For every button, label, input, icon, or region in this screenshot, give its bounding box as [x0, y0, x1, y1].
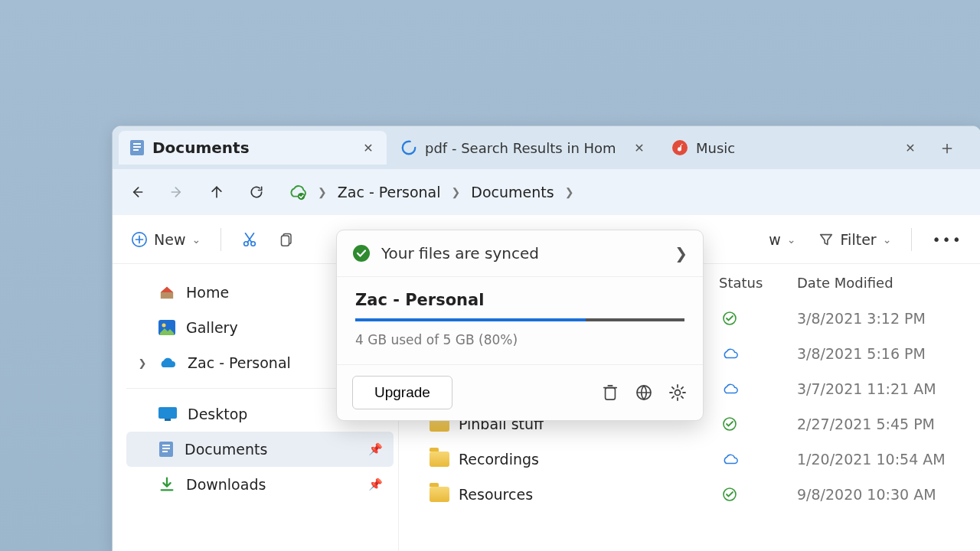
cloud-sync-icon	[287, 184, 307, 201]
sidebar-item-label: Home	[186, 284, 229, 301]
svg-point-26	[675, 390, 681, 396]
table-row[interactable]: Recordings 1/20/2021 10:54 AM	[399, 442, 980, 477]
new-label: New	[154, 231, 185, 248]
new-button[interactable]: New ⌄	[125, 227, 207, 253]
popup-header[interactable]: Your files are synced ❯	[337, 230, 703, 277]
svg-point-4	[403, 142, 416, 155]
tab-documents[interactable]: Documents ✕	[119, 131, 387, 165]
file-name: Recordings	[459, 451, 539, 468]
filter-button[interactable]: Filter ⌄	[812, 227, 898, 253]
breadcrumb-root[interactable]: Zac - Personal	[338, 184, 441, 201]
download-icon	[158, 476, 175, 493]
modified-date: 9/8/2020 10:30 AM	[780, 486, 936, 503]
svg-rect-2	[133, 146, 141, 148]
close-icon[interactable]: ✕	[903, 141, 918, 155]
gallery-icon	[158, 320, 175, 335]
tab-search-pdf[interactable]: pdf - Search Results in Hom ✕	[390, 131, 658, 165]
sidebar-item-documents[interactable]: Documents 📌	[126, 432, 394, 467]
sync-status-popup: Your files are synced ❯ Zac - Personal 4…	[336, 230, 704, 421]
folder-icon	[430, 452, 449, 467]
svg-point-23	[353, 245, 370, 262]
up-button[interactable]	[200, 175, 234, 209]
tab-label: Music	[696, 140, 735, 156]
sidebar-item-label: Zac - Personal	[188, 354, 291, 371]
breadcrumb-leaf[interactable]: Documents	[471, 184, 554, 201]
svg-rect-3	[133, 149, 139, 151]
new-tab-button[interactable]: ＋	[932, 135, 962, 160]
pin-icon[interactable]: 📌	[368, 478, 383, 491]
check-circle-icon	[352, 244, 371, 262]
svg-rect-15	[165, 419, 171, 421]
tab-label: pdf - Search Results in Hom	[425, 140, 616, 156]
sidebar-item-downloads[interactable]: Downloads 📌	[126, 467, 394, 502]
view-button[interactable]: w ⌄	[763, 227, 802, 253]
sidebar-item-label: Downloads	[186, 476, 266, 493]
chevron-down-icon: ⌄	[787, 233, 796, 246]
chevron-right-icon: ❯	[675, 244, 688, 262]
desktop-icon	[158, 407, 177, 421]
account-name: Zac - Personal	[355, 291, 684, 309]
sync-status-text: Your files are synced	[381, 244, 539, 262]
synced-icon	[722, 311, 737, 326]
back-button[interactable]	[120, 175, 154, 209]
document-icon	[158, 441, 174, 458]
copy-button[interactable]	[273, 227, 301, 253]
chevron-right-icon: ❯	[452, 186, 461, 198]
column-status[interactable]: Status	[704, 275, 780, 291]
gear-icon[interactable]	[668, 383, 688, 403]
folder-icon	[430, 487, 449, 502]
loading-spinner-icon	[400, 139, 417, 156]
popup-body: Zac - Personal 4 GB used of 5 GB (80%)	[337, 277, 703, 364]
storage-bar	[355, 318, 684, 321]
modified-date: 3/8/2021 3:12 PM	[780, 310, 926, 327]
svg-rect-18	[162, 448, 170, 449]
cloud-icon	[722, 383, 739, 395]
popup-footer: Upgrade	[337, 364, 703, 420]
svg-rect-17	[162, 445, 170, 446]
close-icon[interactable]: ✕	[632, 141, 647, 155]
column-modified[interactable]: Date Modified	[780, 275, 893, 291]
tab-music[interactable]: Music ✕	[661, 131, 929, 165]
svg-point-6	[298, 193, 305, 200]
forward-button[interactable]	[160, 175, 194, 209]
sidebar-item-label: Gallery	[186, 319, 238, 336]
table-row[interactable]: Resources 9/8/2020 10:30 AM	[399, 477, 980, 512]
tab-bar: Documents ✕ pdf - Search Results in Hom …	[113, 126, 980, 169]
svg-rect-1	[133, 143, 141, 145]
cloud-icon	[722, 453, 739, 465]
modified-date: 1/20/2021 10:54 AM	[780, 451, 946, 468]
svg-rect-19	[162, 451, 168, 452]
storage-bar-fill	[355, 318, 586, 321]
synced-icon	[722, 487, 737, 502]
document-icon	[129, 139, 145, 156]
view-label-fragment: w	[769, 231, 781, 248]
home-icon	[158, 285, 175, 300]
svg-rect-24	[606, 388, 616, 400]
chevron-right-icon[interactable]: ❯	[137, 357, 148, 369]
filter-label: Filter	[841, 231, 877, 248]
svg-rect-14	[158, 407, 177, 419]
tab-label: Documents	[152, 139, 250, 157]
divider	[220, 228, 221, 251]
modified-date: 2/27/2021 5:45 PM	[780, 416, 935, 432]
recycle-bin-icon[interactable]	[600, 383, 620, 403]
close-icon[interactable]: ✕	[361, 141, 376, 155]
globe-icon[interactable]	[634, 383, 654, 403]
refresh-button[interactable]	[240, 175, 273, 209]
cut-button[interactable]	[235, 227, 264, 253]
more-button[interactable]: •••	[926, 227, 969, 253]
svg-rect-11	[282, 236, 289, 246]
modified-date: 3/8/2021 5:16 PM	[780, 345, 926, 362]
upgrade-button[interactable]: Upgrade	[352, 376, 452, 409]
storage-usage-text: 4 GB used of 5 GB (80%)	[355, 332, 684, 347]
modified-date: 3/7/2021 11:21 AM	[780, 380, 936, 397]
file-name: Resources	[459, 486, 533, 503]
svg-point-13	[162, 324, 166, 328]
chevron-right-icon: ❯	[565, 186, 574, 198]
breadcrumb[interactable]: ❯ Zac - Personal ❯ Documents ❯	[279, 175, 973, 209]
sidebar-item-label: Desktop	[188, 406, 247, 422]
synced-icon	[722, 416, 737, 432]
pin-icon[interactable]: 📌	[368, 442, 383, 456]
onedrive-icon	[158, 357, 177, 369]
chevron-down-icon: ⌄	[191, 233, 201, 246]
